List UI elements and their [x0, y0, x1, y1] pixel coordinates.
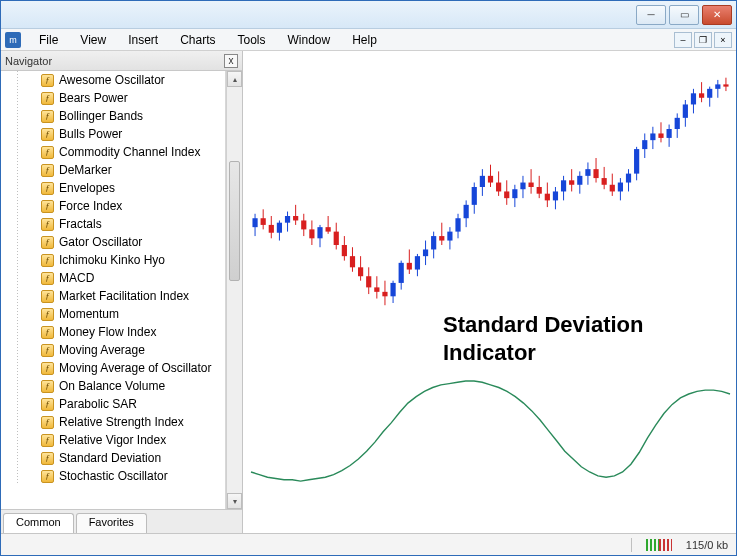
navigator-panel: Navigator x ƒAwesome OscillatorƒBears Po… [1, 51, 243, 533]
list-item[interactable]: ƒMoney Flow Index [1, 323, 225, 341]
list-item[interactable]: ƒMoving Average [1, 341, 225, 359]
indicator-icon: ƒ [41, 308, 54, 321]
svg-rect-1 [252, 218, 257, 227]
list-item-label: Moving Average [59, 343, 145, 357]
menu-view[interactable]: View [70, 31, 116, 49]
list-item-label: Envelopes [59, 181, 115, 195]
list-item[interactable]: ƒMACD [1, 269, 225, 287]
svg-rect-41 [415, 256, 420, 269]
navigator-list[interactable]: ƒAwesome OscillatorƒBears PowerƒBollinge… [1, 71, 226, 509]
svg-rect-91 [618, 183, 623, 192]
list-item[interactable]: ƒFractals [1, 215, 225, 233]
svg-rect-107 [683, 104, 688, 117]
svg-rect-15 [309, 229, 314, 238]
status-separator [631, 538, 632, 552]
list-item-label: DeMarker [59, 163, 112, 177]
list-item-label: Ichimoku Kinko Hyo [59, 253, 165, 267]
list-item-label: Relative Strength Index [59, 415, 184, 429]
menu-help[interactable]: Help [342, 31, 387, 49]
svg-rect-43 [423, 249, 428, 256]
overlay-line2: Indicator [443, 339, 643, 367]
list-item[interactable]: ƒOn Balance Volume [1, 377, 225, 395]
indicator-icon: ƒ [41, 128, 54, 141]
svg-rect-55 [472, 187, 477, 205]
app-icon: m [5, 32, 21, 48]
svg-rect-13 [301, 220, 306, 229]
list-item[interactable]: ƒDeMarker [1, 161, 225, 179]
tab-favorites[interactable]: Favorites [76, 513, 147, 533]
chart-area[interactable]: Standard Deviation Indicator [243, 51, 736, 533]
indicator-icon: ƒ [41, 182, 54, 195]
list-item[interactable]: ƒIchimoku Kinko Hyo [1, 251, 225, 269]
indicator-icon: ƒ [41, 74, 54, 87]
navigator-scrollbar[interactable]: ▴ ▾ [226, 71, 242, 509]
list-item[interactable]: ƒStandard Deviation [1, 449, 225, 467]
svg-rect-89 [610, 185, 615, 192]
menu-insert[interactable]: Insert [118, 31, 168, 49]
mdi-close-button[interactable]: × [714, 32, 732, 48]
indicator-icon: ƒ [41, 398, 54, 411]
list-item[interactable]: ƒCommodity Channel Index [1, 143, 225, 161]
svg-rect-109 [691, 93, 696, 104]
list-item[interactable]: ƒParabolic SAR [1, 395, 225, 413]
mdi-minimize-button[interactable]: – [674, 32, 692, 48]
navigator-title: Navigator [5, 55, 52, 67]
indicator-icon: ƒ [41, 110, 54, 123]
svg-rect-83 [585, 169, 590, 176]
list-item-label: Moving Average of Oscillator [59, 361, 212, 375]
scroll-thumb[interactable] [229, 161, 240, 281]
window-close-button[interactable]: ✕ [702, 5, 732, 25]
list-item-label: Standard Deviation [59, 451, 161, 465]
indicator-icon: ƒ [41, 200, 54, 213]
list-item-label: Force Index [59, 199, 122, 213]
svg-rect-69 [528, 183, 533, 187]
app-window: ─ ▭ ✕ m File View Insert Charts Tools Wi… [0, 0, 737, 556]
list-item-label: Bulls Power [59, 127, 122, 141]
svg-rect-59 [488, 176, 493, 183]
svg-rect-33 [382, 292, 387, 296]
svg-rect-31 [374, 287, 379, 291]
list-item[interactable]: ƒMarket Facilitation Index [1, 287, 225, 305]
svg-rect-77 [561, 180, 566, 191]
list-item[interactable]: ƒBears Power [1, 89, 225, 107]
navigator-close-button[interactable]: x [224, 54, 238, 68]
tab-common[interactable]: Common [3, 513, 74, 533]
navigator-tabs: Common Favorites [1, 509, 242, 533]
scroll-down-button[interactable]: ▾ [227, 493, 242, 509]
list-item[interactable]: ƒMomentum [1, 305, 225, 323]
list-item[interactable]: ƒForce Index [1, 197, 225, 215]
list-item[interactable]: ƒStochastic Oscillator [1, 467, 225, 485]
maximize-icon: ▭ [680, 9, 689, 20]
menu-tools[interactable]: Tools [228, 31, 276, 49]
indicator-icon: ƒ [41, 254, 54, 267]
indicator-icon: ƒ [41, 344, 54, 357]
svg-rect-17 [317, 227, 322, 238]
list-item[interactable]: ƒBollinger Bands [1, 107, 225, 125]
list-item[interactable]: ƒMoving Average of Oscillator [1, 359, 225, 377]
list-item[interactable]: ƒRelative Vigor Index [1, 431, 225, 449]
svg-rect-71 [537, 187, 542, 194]
list-item[interactable]: ƒRelative Strength Index [1, 413, 225, 431]
close-icon: ✕ [713, 9, 721, 20]
svg-rect-113 [707, 89, 712, 98]
indicator-icon: ƒ [41, 380, 54, 393]
svg-rect-61 [496, 183, 501, 192]
window-maximize-button[interactable]: ▭ [669, 5, 699, 25]
svg-rect-95 [634, 149, 639, 174]
list-item[interactable]: ƒAwesome Oscillator [1, 71, 225, 89]
list-item[interactable]: ƒBulls Power [1, 125, 225, 143]
svg-rect-37 [399, 263, 404, 283]
menu-window[interactable]: Window [278, 31, 341, 49]
svg-rect-9 [285, 216, 290, 223]
mdi-restore-button[interactable]: ❐ [694, 32, 712, 48]
svg-rect-23 [342, 245, 347, 256]
menu-file[interactable]: File [29, 31, 68, 49]
svg-rect-63 [504, 191, 509, 198]
svg-rect-99 [650, 133, 655, 140]
scroll-up-button[interactable]: ▴ [227, 71, 242, 87]
list-item[interactable]: ƒGator Oscillator [1, 233, 225, 251]
list-item[interactable]: ƒEnvelopes [1, 179, 225, 197]
close-icon: × [720, 35, 725, 45]
menu-charts[interactable]: Charts [170, 31, 225, 49]
window-minimize-button[interactable]: ─ [636, 5, 666, 25]
